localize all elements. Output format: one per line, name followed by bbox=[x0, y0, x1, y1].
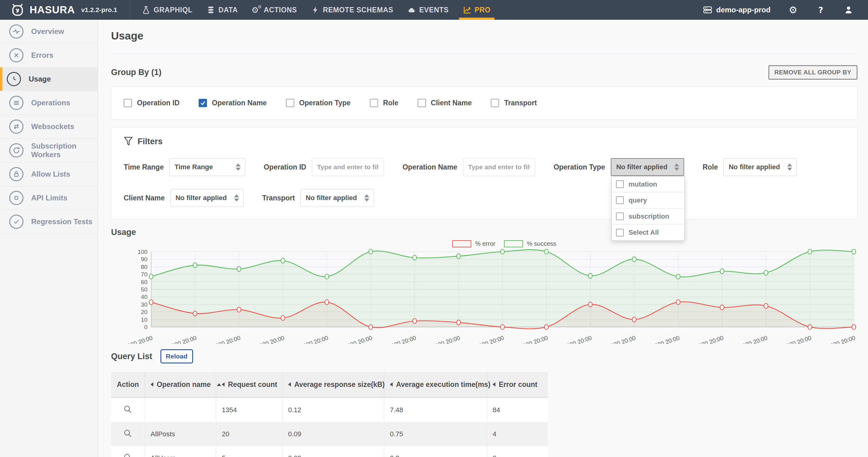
legend-swatch-icon bbox=[504, 240, 523, 247]
dropdown-option-subscription[interactable]: subscription bbox=[612, 208, 684, 225]
remove-all-group-by-button[interactable]: REMOVE ALL GROUP BY bbox=[768, 65, 858, 80]
groupby-option-role[interactable]: Role bbox=[370, 99, 399, 107]
operation-name-input[interactable] bbox=[463, 158, 535, 176]
row-inspect-action[interactable] bbox=[111, 398, 145, 422]
flask-icon bbox=[142, 6, 150, 14]
svg-text:19 May 2020 20:00: 19 May 2020 20:00 bbox=[111, 335, 153, 344]
column-header-error-count[interactable]: Error count bbox=[487, 372, 548, 397]
nav-item-data[interactable]: DATA bbox=[199, 0, 245, 20]
main-content: Usage Group By (1) REMOVE ALL GROUP BY O… bbox=[98, 20, 868, 457]
client-name-select[interactable]: No filter applied bbox=[170, 189, 244, 207]
brand[interactable]: HASURA v1.2.2-pro.1 bbox=[0, 0, 130, 20]
svg-text:07 Jun 2020 20:00: 07 Jun 2020 20:00 bbox=[501, 335, 549, 344]
sort-left-triangle-icon bbox=[390, 382, 393, 387]
server-icon bbox=[703, 5, 712, 14]
pulse-icon bbox=[9, 24, 24, 38]
brand-name: HASURA bbox=[30, 4, 75, 16]
nav-item-remote-schemas[interactable]: REMOTE SCHEMAS bbox=[304, 0, 400, 20]
title-divider bbox=[111, 53, 858, 53]
cell-error_count: 84 bbox=[487, 398, 548, 422]
project-selector[interactable]: demo-app-prod bbox=[703, 5, 771, 14]
operation-id-input[interactable] bbox=[312, 158, 384, 176]
transport-label: Transport bbox=[262, 194, 295, 202]
cell-error_count: 0 bbox=[487, 446, 548, 457]
column-header-average-execution-time-ms-[interactable]: Average execution time(ms) bbox=[384, 372, 487, 397]
svg-text:10: 10 bbox=[141, 316, 148, 323]
table-row: AllPosts200.090.754 bbox=[111, 422, 548, 446]
help-icon[interactable]: ? bbox=[815, 5, 826, 15]
dropdown-option-select-all[interactable]: Select All bbox=[612, 225, 684, 240]
column-header-average-response-size-kb-[interactable]: Average response size(kB) bbox=[283, 372, 384, 397]
unchecked-checkbox[interactable] bbox=[616, 196, 624, 204]
top-header: HASURA v1.2.2-pro.1 GRAPHIQL DATA ⚙⚙ ACT… bbox=[0, 0, 868, 20]
table-body: 13540.127.4884 AllPosts200.090.754 AllUs… bbox=[111, 398, 548, 457]
sidebar-item-regression-tests[interactable]: Regression Tests bbox=[0, 210, 98, 234]
unchecked-checkbox[interactable] bbox=[491, 99, 499, 107]
nav-item-events[interactable]: EVENTS bbox=[400, 0, 456, 20]
sidebar-item-api-limits[interactable]: API Limits bbox=[0, 186, 98, 210]
column-header-operation-name[interactable]: Operation name bbox=[145, 372, 216, 397]
transport-select[interactable]: No filter applied bbox=[301, 189, 374, 207]
nav-item-graphiql[interactable]: GRAPHIQL bbox=[135, 0, 199, 20]
row-inspect-action[interactable] bbox=[111, 446, 145, 457]
sidebar-item-subscription-workers[interactable]: Subscription Workers bbox=[0, 139, 98, 163]
sidebar-item-websockets[interactable]: Websockets bbox=[0, 115, 98, 139]
legend-swatch-icon bbox=[452, 240, 471, 247]
cell-request_count: 20 bbox=[216, 422, 283, 446]
unchecked-checkbox[interactable] bbox=[616, 229, 624, 236]
time-range-select[interactable]: Time Range bbox=[169, 158, 245, 176]
svg-text:31 May 2020 20:00: 31 May 2020 20:00 bbox=[323, 335, 373, 344]
query-list-heading: Query List bbox=[111, 352, 152, 361]
groupby-option-operation-id[interactable]: Operation ID bbox=[124, 99, 180, 107]
nav-item-actions[interactable]: ⚙⚙ ACTIONS bbox=[245, 0, 304, 20]
checked-checkbox[interactable] bbox=[199, 99, 207, 107]
reload-button[interactable]: Reload bbox=[160, 349, 193, 364]
user-icon[interactable] bbox=[843, 5, 854, 15]
cell-request_count: 5 bbox=[216, 446, 283, 457]
row-inspect-action[interactable] bbox=[111, 422, 145, 446]
unchecked-checkbox[interactable] bbox=[417, 99, 426, 107]
svg-text:30: 30 bbox=[141, 302, 148, 308]
column-header-request-count[interactable]: Request count bbox=[216, 372, 283, 397]
arrows-swap-icon bbox=[9, 119, 24, 134]
groupby-option-operation-name[interactable]: Operation Name bbox=[199, 99, 267, 107]
cell-avg_response_size: 0.12 bbox=[283, 398, 384, 422]
svg-text:100: 100 bbox=[137, 249, 148, 255]
svg-text:08 Jun 2020 20:00: 08 Jun 2020 20:00 bbox=[545, 335, 593, 344]
nav-item-pro[interactable]: PRO bbox=[456, 0, 498, 20]
unchecked-checkbox[interactable] bbox=[286, 99, 294, 107]
sidebar-item-errors[interactable]: Errors bbox=[0, 44, 98, 67]
groupby-option-client-name[interactable]: Client Name bbox=[417, 99, 472, 107]
cell-request_count: 1354 bbox=[216, 398, 283, 422]
role-label: Role bbox=[703, 163, 718, 171]
dropdown-option-query[interactable]: query bbox=[612, 192, 684, 208]
group-by-heading: Group By (1) bbox=[111, 68, 162, 77]
sidebar-item-allow-lists[interactable]: Allow Lists bbox=[0, 163, 98, 186]
operation-type-select[interactable]: No filter applied mutation query subscri… bbox=[611, 158, 684, 176]
unchecked-checkbox[interactable] bbox=[616, 180, 624, 188]
unchecked-checkbox[interactable] bbox=[616, 212, 624, 220]
settings-gear-icon[interactable]: ⚙ bbox=[788, 5, 798, 15]
svg-text:04 Jun 2020 20:00: 04 Jun 2020 20:00 bbox=[457, 335, 505, 344]
operation-name-label: Operation Name bbox=[403, 163, 458, 171]
magnifier-icon bbox=[123, 453, 133, 457]
groupby-option-transport[interactable]: Transport bbox=[491, 99, 537, 107]
sidebar-item-usage[interactable]: Usage bbox=[0, 67, 98, 91]
svg-text:0: 0 bbox=[144, 324, 148, 331]
cell-operation_name: AllUsers bbox=[145, 446, 216, 457]
sidebar-item-operations[interactable]: Operations bbox=[0, 91, 98, 115]
role-select[interactable]: No filter applied bbox=[723, 158, 797, 176]
svg-text:09 Jun 2020 20:00: 09 Jun 2020 20:00 bbox=[589, 335, 637, 344]
sidebar-item-overview[interactable]: Overview bbox=[0, 20, 98, 44]
dropdown-option-mutation[interactable]: mutation bbox=[612, 176, 684, 192]
client-name-label: Client Name bbox=[124, 194, 165, 202]
unchecked-checkbox[interactable] bbox=[370, 99, 378, 107]
svg-text:50: 50 bbox=[141, 286, 148, 293]
legend-item--error: % error bbox=[452, 240, 495, 247]
groupby-option-operation-type[interactable]: Operation Type bbox=[286, 99, 351, 107]
unchecked-checkbox[interactable] bbox=[124, 99, 132, 107]
clock-icon bbox=[7, 72, 21, 86]
magnifier-icon bbox=[123, 404, 133, 416]
query-list-table: Action Operation name Request count Aver… bbox=[111, 372, 548, 457]
svg-text:20: 20 bbox=[141, 309, 148, 315]
